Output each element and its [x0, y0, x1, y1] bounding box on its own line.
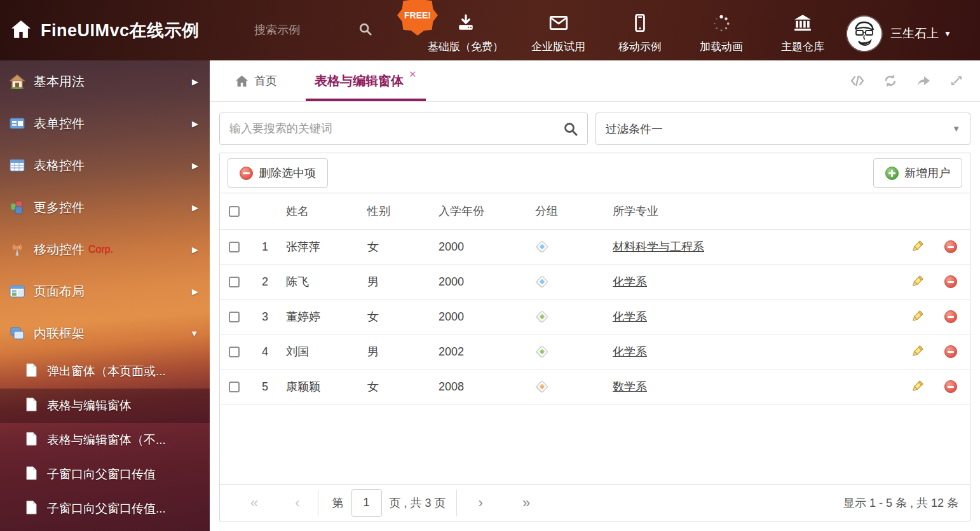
nav-label: 移动示例	[618, 39, 662, 54]
sidebar-item-label: 移动控件	[34, 241, 85, 258]
page-icon	[25, 397, 37, 414]
sidebar-item-label: 基本用法	[34, 73, 85, 90]
row-checkbox[interactable]	[229, 382, 240, 392]
mobile-icon	[630, 14, 650, 34]
app-title: FineUIMvc在线示例	[41, 19, 200, 42]
row-checkbox[interactable]	[229, 312, 240, 322]
sidebar-item-label: 更多控件	[34, 199, 85, 216]
expand-icon[interactable]	[948, 72, 965, 89]
last-page-button[interactable]: »	[519, 495, 534, 511]
filter-dropdown[interactable]: 过滤条件一 ▼	[595, 113, 970, 145]
cell-year: 2002	[432, 345, 529, 359]
cell-year: 2000	[432, 275, 529, 289]
cell-name: 康颖颖	[280, 379, 361, 394]
table-icon	[10, 158, 25, 173]
major-link[interactable]: 化学系	[613, 345, 647, 358]
windows-icon	[10, 326, 25, 341]
cell-gender: 女	[361, 239, 432, 254]
nav-item-enterprise-trial[interactable]: 企业版试用	[531, 6, 585, 54]
sidebar-item-grid-controls[interactable]: 表格控件 ▶	[0, 144, 210, 186]
sidebar-subitem-label: 子窗口向父窗口传值	[47, 466, 156, 483]
sidebar-subitem-grid-edit-window[interactable]: 表格与编辑窗体	[0, 389, 210, 423]
minus-circle-icon	[240, 167, 253, 180]
sidebar-item-form-controls[interactable]: 表单控件 ▶	[0, 102, 210, 144]
page-number-input[interactable]	[351, 489, 382, 517]
prev-page-button[interactable]: ‹	[291, 495, 303, 511]
pager-divider	[456, 490, 457, 516]
add-user-button[interactable]: 新增用户	[873, 158, 962, 188]
sidebar-subitem-grid-edit-window-alt[interactable]: 表格与编辑窗体（不...	[0, 423, 210, 457]
sidebar-item-more-controls[interactable]: 更多控件 ▶	[0, 186, 210, 228]
minus-circle-icon	[944, 240, 957, 253]
nav-item-loading-animations[interactable]: 加载动画	[695, 6, 748, 54]
first-page-button[interactable]: «	[247, 495, 262, 511]
edit-button[interactable]	[902, 380, 932, 394]
row-checkbox[interactable]	[229, 242, 240, 252]
sidebar-item-page-layout[interactable]: 页面布局 ▶	[0, 270, 210, 312]
sidebar-item-basic-usage[interactable]: 基本用法 ▶	[0, 60, 210, 102]
nav-item-mobile-demo[interactable]: 移动示例	[613, 6, 667, 54]
grid-toolbar: 删除选中项 新增用户	[220, 153, 970, 193]
edit-button[interactable]	[902, 310, 932, 324]
tab-bar: 首页 表格与编辑窗体 ✕	[210, 60, 980, 102]
cell-name: 刘国	[280, 344, 361, 359]
add-user-label: 新增用户	[904, 165, 950, 181]
tab-grid-edit-window[interactable]: 表格与编辑窗体 ✕	[306, 60, 426, 101]
tag-icon	[536, 310, 548, 323]
search-icon[interactable]	[563, 121, 578, 139]
close-icon[interactable]: ✕	[409, 69, 417, 80]
share-icon[interactable]	[915, 72, 932, 89]
keyword-search	[219, 113, 588, 145]
grid-panel: 删除选中项 新增用户 姓名 性别 入学年份 分组 所学专业	[219, 153, 970, 521]
delete-row-button[interactable]	[932, 275, 970, 288]
chevron-right-icon: ▶	[192, 119, 198, 128]
home-icon[interactable]	[10, 20, 32, 41]
chevron-down-icon: ▼	[190, 329, 198, 338]
next-page-button[interactable]: ›	[475, 495, 487, 511]
delete-row-button[interactable]	[932, 345, 970, 358]
delete-row-button[interactable]	[932, 240, 970, 253]
brand: FineUIMvc在线示例	[0, 19, 254, 42]
code-icon[interactable]	[849, 72, 866, 89]
header-search-input[interactable]	[254, 24, 350, 37]
major-link[interactable]: 数学系	[613, 380, 647, 393]
major-link[interactable]: 化学系	[613, 310, 647, 323]
edit-button[interactable]	[902, 240, 932, 254]
page-icon	[25, 466, 37, 483]
cell-year: 2008	[432, 380, 529, 394]
major-link[interactable]: 化学系	[613, 275, 647, 288]
major-link[interactable]: 材料科学与工程系	[613, 240, 704, 253]
tab-home[interactable]: 首页	[229, 60, 283, 101]
row-checkbox[interactable]	[229, 347, 240, 357]
refresh-icon[interactable]	[882, 72, 899, 89]
row-checkbox[interactable]	[229, 277, 240, 287]
search-icon[interactable]	[350, 22, 372, 39]
minus-circle-icon	[944, 310, 957, 323]
keyword-search-input[interactable]	[220, 113, 587, 144]
sidebar-item-inline-frame[interactable]: 内联框架 ▼	[0, 312, 210, 354]
grid-header-row: 姓名 性别 入学年份 分组 所学专业	[220, 193, 970, 230]
tab-actions	[849, 60, 980, 101]
top-header: FineUIMvc在线示例 FREE! 基础版（免费） 企业版试用	[0, 0, 980, 60]
delete-row-button[interactable]	[932, 310, 970, 323]
record-summary: 显示 1 - 5 条 , 共 12 条	[843, 495, 958, 511]
user-menu[interactable]: 三生石上 ▼	[847, 10, 951, 51]
table-row: 5 康颖颖 女 2008 数学系	[220, 369, 970, 404]
form-icon	[10, 116, 25, 131]
delete-selected-button[interactable]: 删除选中项	[228, 158, 328, 188]
select-all-checkbox[interactable]	[229, 206, 240, 217]
nav-item-theme-repo[interactable]: 主题仓库	[776, 6, 829, 54]
sidebar-item-mobile-controls[interactable]: 移动控件 Corp. ▶	[0, 228, 210, 270]
sidebar-subitem-child-to-parent-alt[interactable]: 子窗口向父窗口传值...	[0, 492, 210, 526]
nav-label: 加载动画	[700, 39, 743, 54]
sidebar-subitem-popup-window[interactable]: 弹出窗体（本页面或...	[0, 354, 210, 389]
tag-icon	[536, 240, 548, 253]
edit-button[interactable]	[902, 345, 932, 359]
cubes-icon	[10, 200, 25, 215]
sidebar-subitem-child-to-parent[interactable]: 子窗口向父窗口传值	[0, 457, 210, 492]
delete-row-button[interactable]	[932, 380, 970, 393]
house-icon	[10, 74, 25, 89]
sidebar: 基本用法 ▶ 表单控件 ▶ 表格控件 ▶ 更多控件 ▶	[0, 60, 210, 531]
edit-button[interactable]	[902, 275, 932, 289]
nav-item-basic-free[interactable]: FREE! 基础版（免费）	[428, 6, 503, 54]
